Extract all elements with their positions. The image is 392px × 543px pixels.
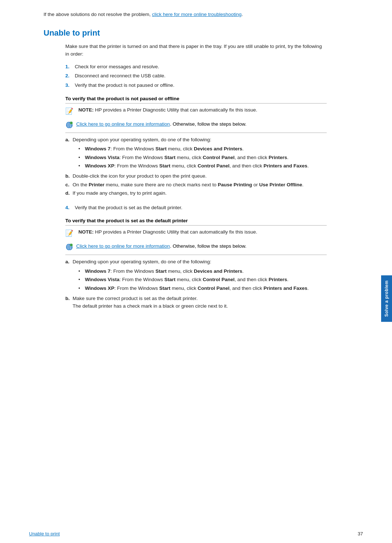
footer-page-num: 37 (358, 531, 363, 536)
paused-text-c: On the Printer menu, make sure there are… (73, 181, 303, 189)
step-num-2: 2. (65, 72, 73, 80)
step-text-4: Verify that the product is set as the de… (75, 204, 182, 212)
online-link-text-default: Click here to go online for more informa… (76, 243, 246, 250)
paused-label-a: a. (65, 136, 70, 171)
note-text-default: HP provides a Printer Diagnostic Utility… (95, 229, 257, 235)
step-text-1: Check for error messages and resolve. (75, 63, 159, 71)
step-num-4: 4. (65, 204, 73, 212)
bullet-xp-default-text: Windows XP: From the Windows Start menu,… (85, 284, 309, 292)
paused-label-c: c. (65, 181, 70, 189)
main-steps-list: 1. Check for error messages and resolve.… (65, 63, 327, 89)
step-text-2: Disconnect and reconnect the USB cable. (75, 72, 166, 80)
intro-link[interactable]: click here for more online troubleshooti… (152, 12, 242, 17)
subsection-paused-title: To verify that the product is not paused… (65, 96, 327, 104)
default-bullet-list: Windows 7: From the Windows Start menu, … (78, 267, 309, 292)
footer-link[interactable]: Unable to print (29, 531, 60, 536)
paused-text-d: If you made any changes, try to print ag… (73, 189, 167, 197)
note-icon: 📝 (65, 106, 75, 116)
right-tab: Solve a problem (381, 275, 392, 322)
bullet-vista-paused: Windows Vista: From the Windows Start me… (78, 154, 309, 162)
bullet-win7-default-text: Windows 7: From the Windows Start menu, … (85, 267, 244, 275)
note-box-paused: 📝 NOTE: HP provides a Printer Diagnostic… (65, 106, 327, 116)
online-link-text-paused: Click here to go online for more informa… (76, 121, 246, 128)
main-step-1: 1. Check for error messages and resolve. (65, 63, 327, 71)
paused-label-b: b. (65, 172, 70, 180)
paused-sub-list: a. Depending upon your operating system,… (65, 136, 327, 197)
note-box-default: 📝 NOTE: HP provides a Printer Diagnostic… (65, 228, 327, 238)
paused-sub-step-a: a. Depending upon your operating system,… (65, 136, 327, 171)
main-step-4: 4. Verify that the product is set as the… (65, 204, 327, 212)
section-title: Unable to print (44, 28, 327, 38)
paused-sub-step-d: d. If you made any changes, try to print… (65, 189, 327, 197)
intro-paragraph: If the above solutions do not resolve th… (44, 11, 327, 18)
note-content-default: NOTE: HP provides a Printer Diagnostic U… (78, 228, 257, 238)
globe-icon-default (65, 243, 73, 251)
paused-sub-step-c: c. On the Printer menu, make sure there … (65, 181, 327, 189)
main-step-4-list: 4. Verify that the product is set as the… (65, 204, 327, 212)
online-link-box-paused: Click here to go online for more informa… (65, 121, 327, 133)
bullet-xp-default: Windows XP: From the Windows Start menu,… (78, 284, 309, 292)
bullet-win7-paused: Windows 7: From the Windows Start menu, … (78, 145, 309, 153)
intro-text-before: If the above solutions do not resolve th… (44, 12, 152, 17)
note-icon-default: 📝 (65, 228, 75, 238)
bullet-xp-paused-text: Windows XP: From the Windows Start menu,… (85, 162, 309, 170)
paused-bullet-list: Windows 7: From the Windows Start menu, … (78, 145, 309, 170)
paused-label-d: d. (65, 189, 70, 197)
bullet-vista-paused-text: Windows Vista: From the Windows Start me… (85, 154, 289, 162)
default-sub-list: a. Depending upon your operating system,… (65, 258, 327, 310)
main-step-3: 3. Verify that the product is not paused… (65, 81, 327, 89)
subsection-default: To verify that the product is set as the… (65, 218, 327, 310)
page-content: If the above solutions do not resolve th… (0, 0, 356, 339)
note-content-paused: NOTE: HP provides a Printer Diagnostic U… (78, 106, 257, 116)
step-num-1: 1. (65, 63, 73, 71)
bullet-vista-default-text: Windows Vista: From the Windows Start me… (85, 276, 289, 284)
online-link-after-paused: . Otherwise, follow the steps below. (170, 121, 246, 127)
step-num-3: 3. (65, 81, 73, 89)
note-label-paused: NOTE: (78, 107, 94, 113)
default-text-b: Make sure the correct product is set as … (73, 295, 228, 310)
main-step-2: 2. Disconnect and reconnect the USB cabl… (65, 72, 327, 80)
default-sub-step-b: b. Make sure the correct product is set … (65, 295, 327, 310)
paused-sub-step-b: b. Double-click the icon for your produc… (65, 172, 327, 180)
default-label-a: a. (65, 258, 70, 293)
bullet-win7-paused-text: Windows 7: From the Windows Start menu, … (85, 145, 244, 153)
paused-text-b: Double-click the icon for your product t… (73, 172, 207, 180)
footer-area: Unable to print 37 (0, 531, 392, 536)
globe-icon-paused (65, 121, 73, 129)
intro-text-after: . (242, 12, 243, 17)
default-text-a: Depending upon your operating system, do… (73, 258, 309, 293)
default-label-b: b. (65, 295, 70, 310)
note-label-default: NOTE: (78, 229, 94, 235)
section-intro: Make sure that the printer is turned on … (44, 43, 327, 58)
default-sub-step-a: a. Depending upon your operating system,… (65, 258, 327, 293)
bullet-xp-paused: Windows XP: From the Windows Start menu,… (78, 162, 309, 170)
note-text-paused: HP provides a Printer Diagnostic Utility… (95, 107, 257, 113)
right-tab-label: Solve a problem (384, 280, 389, 317)
subsection-paused: To verify that the product is not paused… (65, 96, 327, 197)
online-link-box-default: Click here to go online for more informa… (65, 243, 327, 255)
online-link-after-default: . Otherwise, follow the steps below. (170, 243, 246, 249)
online-link-default[interactable]: Click here to go online for more informa… (76, 243, 170, 249)
paused-text-a: Depending upon your operating system, do… (73, 136, 309, 171)
bullet-vista-default: Windows Vista: From the Windows Start me… (78, 276, 309, 284)
step-text-3: Verify that the product is not paused or… (75, 81, 174, 89)
online-link-paused[interactable]: Click here to go online for more informa… (76, 121, 170, 127)
bullet-win7-default: Windows 7: From the Windows Start menu, … (78, 267, 309, 275)
subsection-default-title: To verify that the product is set as the… (65, 218, 327, 226)
